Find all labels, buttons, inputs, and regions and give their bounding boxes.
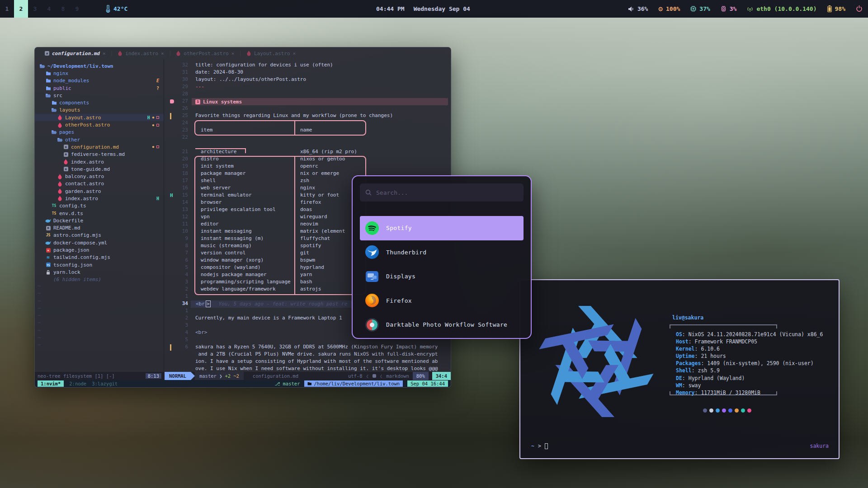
status-bar: 123489 42°C 04:44 PM Wednesday Sep 04 36… [0,0,868,18]
tree-item-config.ts[interactable]: TSconfig.ts [35,202,164,210]
buffer-line[interactable]: 26 [165,105,451,113]
workspace-9[interactable]: 9 [70,0,84,18]
tree-item-layouts[interactable]: layouts [35,107,164,114]
buffer-line[interactable] [165,141,451,149]
tab-Layout.astro[interactable]: Layout.astro× [242,47,300,59]
tree-item--Development-liv.town[interactable]: ~/Development/liv.town [35,62,164,70]
tree-item-garden.astro[interactable]: garden.astro [35,188,164,195]
tree-item-tsconfig.json[interactable]: TStsconfig.json [35,261,164,268]
workspace-3[interactable]: 3 [28,0,42,18]
folder-open-icon [51,108,57,113]
palette-dot [741,408,745,413]
tree-item-docker-compose.yml[interactable]: docker-compose.yml [35,239,164,246]
clock-module[interactable]: 04:44 PM Wednesday Sep 04 [376,0,470,18]
palette-dot [735,408,739,413]
tree-item-tone-guide.md[interactable]: Mtone-guide.md [35,165,164,173]
tmux-window-nvim[interactable]: 1:nvim* [38,380,64,387]
workspace-8[interactable]: 8 [56,0,70,18]
shell-prompt[interactable]: ~ > [531,443,548,449]
close-tab-icon[interactable]: × [103,51,106,56]
tree-item-package.json[interactable]: npackage.json [35,246,164,253]
buffer-line[interactable]: 6sakura has a Ryzen 5 7640U, 32GB of DDR… [165,344,451,351]
tmux-window-lazygit[interactable]: 3:lazygit [92,381,118,386]
buffer-line[interactable]: ion. I have a setup consisting of Hyprla… [165,358,451,366]
tree-item-components[interactable]: components [35,99,164,106]
volume-module[interactable]: 36% [628,5,648,12]
tree-item-fediverse-terms.md[interactable]: Mfediverse-terms.md [35,151,164,158]
buffer-line[interactable]: 271Linux systems [165,98,451,105]
tree-item-src[interactable]: src [35,92,164,99]
tree-item-pages[interactable]: pages [35,129,164,136]
brightness-module[interactable]: ⚙ 100% [658,5,680,13]
tree-item-env.d.ts[interactable]: TSenv.d.ts [35,210,164,217]
tab-separator: │ [239,51,242,56]
launcher-entry-darktable[interactable]: Darktable Photo Workflow Software [360,313,524,337]
battery-module[interactable]: 98% [827,5,845,12]
cpu-module[interactable]: 37% [690,5,710,12]
tree-item-configuration.md[interactable]: Mconfiguration.md● [35,143,164,150]
network-module[interactable]: eth0 (10.0.0.140) [747,5,816,12]
fetch-field-memory: Memory: 11731MiB / 31280MiB [676,389,823,396]
workspace-4[interactable]: 4 [42,0,56,18]
launcher-entry-displays[interactable]: Displays [360,264,524,289]
tab-otherPost.astro[interactable]: otherPost.astro× [171,47,239,59]
astro-file-icon [118,51,123,56]
launcher-search-field[interactable]: Search... [360,183,524,202]
file-icon: M [45,226,51,230]
close-tab-icon[interactable]: × [231,51,235,56]
speaker-icon [628,6,634,12]
tree-item-index.astro[interactable]: index.astro [35,158,164,165]
tmux-window-node[interactable]: 2:node [69,381,86,386]
buffer-line[interactable]: 20distronixos or gentoo [165,156,451,163]
folder-open-icon [57,137,63,142]
tree-item-other[interactable]: other [35,136,164,143]
bookmark-sign [170,99,174,103]
temperature-module[interactable]: 42°C [106,5,127,13]
power-module[interactable] [856,5,863,12]
tree-item-Dockerfile[interactable]: Dockerfile [35,217,164,224]
tab-index.astro[interactable]: index.astro× [113,47,168,59]
gpu-module[interactable]: 3% [721,5,737,12]
tree-item-node-modules[interactable]: node_modulesE [35,77,164,84]
tree-item-README.md[interactable]: MREADME.md [35,225,164,232]
buffer-line[interactable]: 25Favorite things regarding Linux and my… [165,113,451,120]
tree-item-otherPost.astro[interactable]: otherPost.astro● [35,121,164,128]
tree-item-yarn.lock[interactable]: yarn.lock [35,268,164,276]
buffer-line[interactable]: 28 [165,91,451,98]
buffer-line[interactable]: 22 [165,134,451,141]
buffer-line[interactable]: 29--- [165,84,451,91]
file-icon [57,181,63,187]
palette-dot [716,408,720,413]
tree-item-contact.astro[interactable]: contact.astro [35,180,164,188]
empty-line-marker: ~ [35,291,164,298]
tree-item--6-hidden-items-[interactable]: (6 hidden items) [35,276,164,283]
buffer-line[interactable]: 32title: configuration for devices i use… [165,62,451,69]
file-icon [45,270,51,275]
buffer-line[interactable]: 31date: 2024-08-30 [165,69,451,76]
launcher-entry-firefox[interactable]: Firefox [360,289,524,313]
tree-item-public[interactable]: public? [35,84,164,92]
buffer-line[interactable]: 19init systemopenrc [165,163,451,170]
network-value: eth0 (10.0.0.140) [756,5,816,12]
close-tab-icon[interactable]: × [292,51,296,56]
tree-item-tailwind.config.mjs[interactable]: ≈tailwind.config.mjs [35,254,164,261]
buffer-line[interactable]: 30layout: ../../layouts/otherPost.astro [165,76,451,84]
tree-item-nginx[interactable]: nginx [35,70,164,77]
buffer-line[interactable]: 21architecturex86_64 (rip m2 pro) [165,149,451,156]
palette-dot [722,408,726,413]
buffer-line[interactable]: 23itemname [165,127,451,134]
tree-item-index.astro[interactable]: index.astroH [35,195,164,202]
close-tab-icon[interactable]: × [161,51,164,56]
tree-item-Layout.astro[interactable]: Layout.astroH● [35,114,164,121]
tab-configuration.md[interactable]: Mconfiguration.md× [40,47,110,59]
buffer-line[interactable]: and a 2TB (Crucial P5 Plus) NVMe drive. … [165,351,451,358]
tree-item-balcony.astro[interactable]: balcony.astro [35,173,164,180]
launcher-entry-thunderbird[interactable]: Thunderbird [360,240,524,265]
buffer-line[interactable]: ove. I use Nix when I need software with… [165,366,451,372]
fastfetch-terminal-window[interactable]: liv@sakura OS: NixOS 24.11.20240828.71e9… [519,279,840,459]
workspace-1[interactable]: 1 [0,0,14,18]
launcher-entry-spotify[interactable]: Spotify [360,216,524,240]
buffer-line[interactable]: 24 [165,120,451,127]
workspace-2-active[interactable]: 2 [14,0,28,18]
tree-item-astro.config.mjs[interactable]: JSastro.config.mjs [35,232,164,239]
